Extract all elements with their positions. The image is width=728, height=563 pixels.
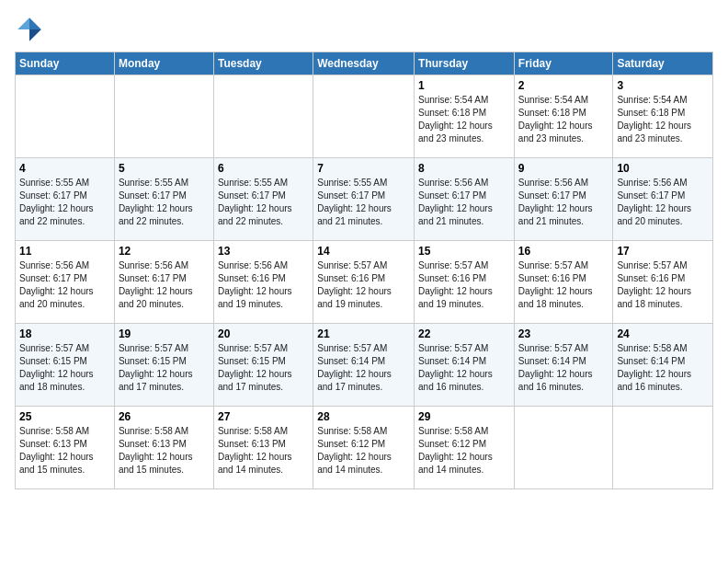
calendar-cell [16, 75, 115, 158]
day-number: 13 [218, 245, 309, 258]
day-info: Sunrise: 5:57 AM Sunset: 6:14 PM Dayligh… [518, 342, 609, 394]
day-info: Sunrise: 5:55 AM Sunset: 6:17 PM Dayligh… [317, 177, 410, 228]
calendar-cell: 6Sunrise: 5:55 AM Sunset: 6:17 PM Daylig… [213, 158, 313, 241]
col-header-sunday: Sunday [16, 52, 115, 75]
day-number: 8 [418, 162, 510, 175]
page-header [15, 15, 713, 44]
day-number: 21 [317, 327, 410, 340]
calendar-cell: 27Sunrise: 5:58 AM Sunset: 6:13 PM Dayli… [213, 407, 313, 489]
day-info: Sunrise: 5:58 AM Sunset: 6:14 PM Dayligh… [617, 342, 709, 394]
day-number: 16 [518, 245, 609, 258]
day-info: Sunrise: 5:57 AM Sunset: 6:15 PM Dayligh… [19, 342, 110, 394]
col-header-friday: Friday [514, 52, 613, 75]
calendar-cell: 29Sunrise: 5:58 AM Sunset: 6:12 PM Dayli… [415, 407, 515, 489]
day-number: 10 [617, 162, 709, 175]
day-info: Sunrise: 5:55 AM Sunset: 6:17 PM Dayligh… [119, 177, 210, 228]
calendar-cell: 24Sunrise: 5:58 AM Sunset: 6:14 PM Dayli… [613, 324, 713, 407]
day-info: Sunrise: 5:58 AM Sunset: 6:12 PM Dayligh… [418, 425, 510, 477]
calendar-cell: 21Sunrise: 5:57 AM Sunset: 6:14 PM Dayli… [313, 324, 415, 407]
day-info: Sunrise: 5:57 AM Sunset: 6:15 PM Dayligh… [119, 342, 210, 394]
day-info: Sunrise: 5:57 AM Sunset: 6:14 PM Dayligh… [418, 342, 510, 394]
calendar-header: SundayMondayTuesdayWednesdayThursdayFrid… [16, 52, 713, 75]
calendar-cell: 4Sunrise: 5:55 AM Sunset: 6:17 PM Daylig… [16, 158, 115, 241]
day-number: 3 [617, 79, 709, 92]
calendar-cell: 2Sunrise: 5:54 AM Sunset: 6:18 PM Daylig… [514, 75, 613, 158]
day-number: 28 [317, 410, 410, 423]
calendar-cell: 14Sunrise: 5:57 AM Sunset: 6:16 PM Dayli… [313, 241, 415, 324]
calendar-cell: 1Sunrise: 5:54 AM Sunset: 6:18 PM Daylig… [415, 75, 515, 158]
calendar-cell: 8Sunrise: 5:56 AM Sunset: 6:17 PM Daylig… [415, 158, 515, 241]
day-info: Sunrise: 5:57 AM Sunset: 6:14 PM Dayligh… [317, 342, 410, 394]
day-number: 20 [218, 327, 309, 340]
day-number: 17 [617, 245, 709, 258]
day-info: Sunrise: 5:54 AM Sunset: 6:18 PM Dayligh… [518, 94, 609, 145]
week-row-5: 25Sunrise: 5:58 AM Sunset: 6:13 PM Dayli… [16, 407, 713, 489]
day-number: 9 [518, 162, 609, 175]
calendar-cell: 18Sunrise: 5:57 AM Sunset: 6:15 PM Dayli… [16, 324, 115, 407]
calendar-cell: 25Sunrise: 5:58 AM Sunset: 6:13 PM Dayli… [16, 407, 115, 489]
day-info: Sunrise: 5:56 AM Sunset: 6:16 PM Dayligh… [218, 259, 309, 311]
day-number: 11 [19, 245, 110, 258]
day-number: 22 [418, 327, 510, 340]
calendar-cell: 3Sunrise: 5:54 AM Sunset: 6:18 PM Daylig… [613, 75, 713, 158]
calendar-body: 1Sunrise: 5:54 AM Sunset: 6:18 PM Daylig… [16, 75, 713, 489]
day-info: Sunrise: 5:55 AM Sunset: 6:17 PM Dayligh… [19, 177, 110, 228]
day-number: 23 [518, 327, 609, 340]
calendar-cell: 5Sunrise: 5:55 AM Sunset: 6:17 PM Daylig… [114, 158, 213, 241]
day-info: Sunrise: 5:57 AM Sunset: 6:16 PM Dayligh… [518, 259, 609, 311]
calendar-cell: 7Sunrise: 5:55 AM Sunset: 6:17 PM Daylig… [313, 158, 415, 241]
day-number: 5 [119, 162, 210, 175]
day-info: Sunrise: 5:54 AM Sunset: 6:18 PM Dayligh… [617, 94, 709, 145]
day-info: Sunrise: 5:58 AM Sunset: 6:12 PM Dayligh… [317, 425, 410, 477]
col-header-wednesday: Wednesday [313, 52, 415, 75]
day-info: Sunrise: 5:57 AM Sunset: 6:15 PM Dayligh… [218, 342, 309, 394]
day-info: Sunrise: 5:58 AM Sunset: 6:13 PM Dayligh… [119, 425, 210, 477]
week-row-3: 11Sunrise: 5:56 AM Sunset: 6:17 PM Dayli… [16, 241, 713, 324]
week-row-1: 1Sunrise: 5:54 AM Sunset: 6:18 PM Daylig… [16, 75, 713, 158]
day-info: Sunrise: 5:57 AM Sunset: 6:16 PM Dayligh… [317, 259, 410, 311]
day-number: 4 [19, 162, 110, 175]
svg-marker-0 [29, 17, 41, 29]
calendar-cell: 9Sunrise: 5:56 AM Sunset: 6:17 PM Daylig… [514, 158, 613, 241]
day-info: Sunrise: 5:56 AM Sunset: 6:17 PM Dayligh… [119, 259, 210, 311]
day-number: 26 [119, 410, 210, 423]
col-header-thursday: Thursday [415, 52, 515, 75]
header-row: SundayMondayTuesdayWednesdayThursdayFrid… [16, 52, 713, 75]
logo-icon [15, 15, 44, 44]
calendar-cell [213, 75, 313, 158]
svg-marker-1 [29, 29, 41, 41]
day-number: 27 [218, 410, 309, 423]
day-number: 18 [19, 327, 110, 340]
calendar-table: SundayMondayTuesdayWednesdayThursdayFrid… [15, 52, 713, 489]
calendar-cell: 23Sunrise: 5:57 AM Sunset: 6:14 PM Dayli… [514, 324, 613, 407]
col-header-monday: Monday [114, 52, 213, 75]
day-info: Sunrise: 5:56 AM Sunset: 6:17 PM Dayligh… [518, 177, 609, 228]
day-number: 19 [119, 327, 210, 340]
col-header-saturday: Saturday [613, 52, 713, 75]
week-row-2: 4Sunrise: 5:55 AM Sunset: 6:17 PM Daylig… [16, 158, 713, 241]
day-number: 12 [119, 245, 210, 258]
day-number: 14 [317, 245, 410, 258]
svg-marker-2 [17, 17, 29, 29]
week-row-4: 18Sunrise: 5:57 AM Sunset: 6:15 PM Dayli… [16, 324, 713, 407]
day-number: 24 [617, 327, 709, 340]
day-info: Sunrise: 5:57 AM Sunset: 6:16 PM Dayligh… [617, 259, 709, 311]
day-number: 7 [317, 162, 410, 175]
day-info: Sunrise: 5:58 AM Sunset: 6:13 PM Dayligh… [19, 425, 110, 477]
calendar-cell: 11Sunrise: 5:56 AM Sunset: 6:17 PM Dayli… [16, 241, 115, 324]
calendar-cell: 16Sunrise: 5:57 AM Sunset: 6:16 PM Dayli… [514, 241, 613, 324]
day-number: 15 [418, 245, 510, 258]
calendar-cell [613, 407, 713, 489]
day-number: 29 [418, 410, 510, 423]
calendar-cell: 22Sunrise: 5:57 AM Sunset: 6:14 PM Dayli… [415, 324, 515, 407]
day-info: Sunrise: 5:58 AM Sunset: 6:13 PM Dayligh… [218, 425, 309, 477]
calendar-cell: 17Sunrise: 5:57 AM Sunset: 6:16 PM Dayli… [613, 241, 713, 324]
col-header-tuesday: Tuesday [213, 52, 313, 75]
calendar-cell: 10Sunrise: 5:56 AM Sunset: 6:17 PM Dayli… [613, 158, 713, 241]
calendar-cell: 20Sunrise: 5:57 AM Sunset: 6:15 PM Dayli… [213, 324, 313, 407]
day-number: 1 [418, 79, 510, 92]
day-info: Sunrise: 5:56 AM Sunset: 6:17 PM Dayligh… [418, 177, 510, 228]
calendar-cell [313, 75, 415, 158]
calendar-cell: 13Sunrise: 5:56 AM Sunset: 6:16 PM Dayli… [213, 241, 313, 324]
calendar-cell: 12Sunrise: 5:56 AM Sunset: 6:17 PM Dayli… [114, 241, 213, 324]
